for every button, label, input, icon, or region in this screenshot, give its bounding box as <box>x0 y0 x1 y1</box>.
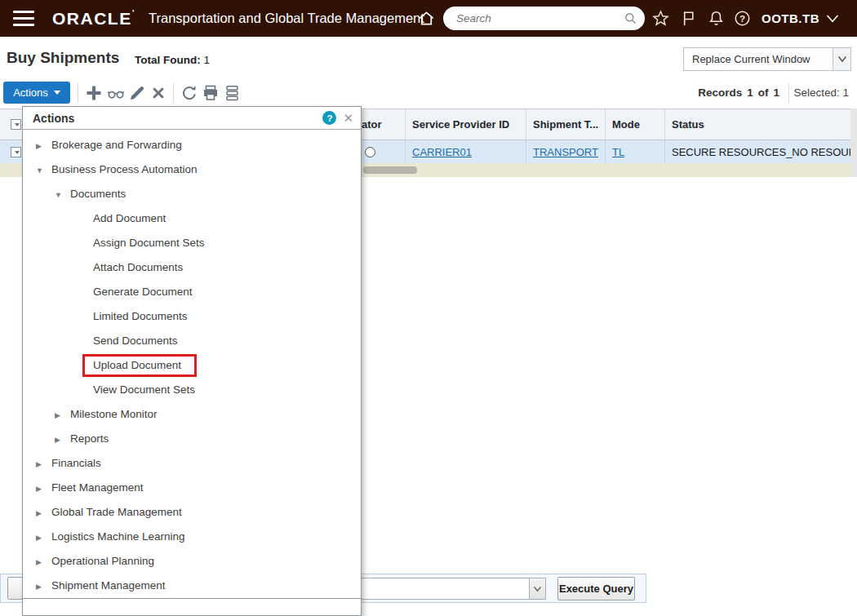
service-provider-link[interactable]: CARRIER01 <box>412 146 472 158</box>
row-select-cell <box>0 140 24 163</box>
total-found-label: Total Found: <box>135 54 201 66</box>
home-icon[interactable] <box>417 9 436 28</box>
menu-item-label: Documents <box>70 188 126 200</box>
row-checkbox[interactable] <box>11 147 21 157</box>
chevron-collapsed-icon[interactable]: ▶ <box>55 428 60 452</box>
window-mode-select[interactable]: Replace Current Window <box>683 47 851 71</box>
menu-item-generate-document[interactable]: Generate Document <box>23 280 361 304</box>
menu-icon[interactable] <box>13 11 34 26</box>
user-menu[interactable]: OOTB.TB <box>762 11 819 25</box>
records-total: 1 <box>773 86 779 99</box>
select-all-checkbox[interactable] <box>11 119 21 130</box>
chevron-collapsed-icon[interactable]: ▶ <box>36 550 42 574</box>
actions-panel-header: Actions ? ✕ <box>23 107 361 130</box>
select-all-column-header[interactable] <box>0 109 24 140</box>
total-found-value: 1 <box>204 54 211 66</box>
panel-close-icon[interactable]: ✕ <box>343 112 353 124</box>
chevron-collapsed-icon[interactable]: ▶ <box>36 476 42 501</box>
select-chevron-icon[interactable] <box>833 48 850 70</box>
view-glasses-icon[interactable] <box>106 83 126 103</box>
menu-item-documents[interactable]: ▼Documents <box>23 182 361 206</box>
row-service-provider-cell: CARRIER01 <box>406 140 526 163</box>
menu-item-reports[interactable]: ▶Reports <box>23 427 361 451</box>
panel-help-icon[interactable]: ? <box>322 111 336 125</box>
refresh-icon[interactable] <box>180 83 199 103</box>
caret-down-icon <box>54 91 60 95</box>
menu-item-add-document[interactable]: Add Document <box>23 206 361 231</box>
menu-item-label: Send Documents <box>93 335 178 347</box>
menu-item-upload-document[interactable]: Upload Document <box>23 353 361 378</box>
menu-item-label: Fleet Management <box>51 481 144 494</box>
menu-item-label: Logistics Machine Learning <box>51 530 185 543</box>
selected-value: 1 <box>842 86 849 99</box>
edit-pencil-icon[interactable] <box>127 83 147 103</box>
menu-item-milestone-monitor[interactable]: ▶Milestone Monitor <box>23 402 361 427</box>
column-header-status[interactable]: Status <box>665 109 850 140</box>
chevron-collapsed-icon[interactable]: ▶ <box>36 501 42 525</box>
favorites-star-icon[interactable] <box>651 9 670 28</box>
menu-item-label: Generate Document <box>93 286 193 298</box>
oracle-logo: ORACLE’ <box>52 9 135 29</box>
delete-x-icon[interactable] <box>149 83 168 103</box>
records-label: Records <box>698 86 742 99</box>
chevron-collapsed-icon[interactable]: ▶ <box>36 452 42 476</box>
vertical-scrollbar-track[interactable] <box>850 109 857 177</box>
chevron-collapsed-icon[interactable]: ▶ <box>55 403 60 428</box>
menu-item-business-process-automation[interactable]: ▼Business Process Automation <box>23 157 361 182</box>
actions-button[interactable]: Actions <box>3 82 70 104</box>
menu-item-global-trade-management[interactable]: ▶Global Trade Management <box>23 500 361 525</box>
toolbar-separator <box>173 83 174 103</box>
menu-item-brokerage-and-forwarding[interactable]: ▶Brokerage and Forwarding <box>23 133 361 157</box>
menu-item-send-documents[interactable]: Send Documents <box>23 329 361 353</box>
chevron-expanded-icon[interactable]: ▼ <box>36 158 43 183</box>
page-title: Buy Shipments <box>7 49 119 67</box>
print-icon[interactable] <box>201 83 220 103</box>
chevron-collapsed-icon[interactable]: ▶ <box>36 134 42 158</box>
chevron-expanded-icon[interactable]: ▼ <box>55 183 62 207</box>
menu-item-label: Add Document <box>93 212 166 224</box>
chevron-collapsed-icon[interactable]: ▶ <box>36 574 42 599</box>
chevron-collapsed-icon[interactable]: ▶ <box>36 525 42 550</box>
actions-menu-panel: Actions ? ✕ ▶Brokerage and Forwarding▼Bu… <box>22 106 362 616</box>
column-header-mode[interactable]: Mode <box>606 109 665 140</box>
menu-item-financials[interactable]: ▶Financials <box>23 451 361 476</box>
shipment-type-link[interactable]: TRANSPORT <box>533 146 598 158</box>
add-icon[interactable] <box>84 83 104 103</box>
menu-item-attach-documents[interactable]: Attach Documents <box>23 255 361 280</box>
global-search[interactable] <box>443 7 645 30</box>
menu-item-logistics-machine-learning[interactable]: ▶Logistics Machine Learning <box>23 525 361 549</box>
actions-button-label: Actions <box>13 86 48 99</box>
menu-item-label: Financials <box>51 457 101 469</box>
menu-item-label-highlighted: Upload Document <box>82 354 197 377</box>
menu-item-label: Assign Document Sets <box>93 237 205 249</box>
flag-icon[interactable] <box>679 9 698 28</box>
menu-item-shipment-management[interactable]: ▶Shipment Management <box>23 574 361 598</box>
help-circle-icon[interactable]: ? <box>733 9 752 28</box>
select-chevron-icon[interactable] <box>529 578 545 599</box>
menu-item-assign-document-sets[interactable]: Assign Document Sets <box>23 231 361 255</box>
execute-query-button[interactable]: Execute Query <box>557 577 635 600</box>
search-input[interactable] <box>456 12 623 24</box>
row-radio-button[interactable] <box>365 147 375 157</box>
horizontal-scrollbar-thumb[interactable] <box>363 166 417 174</box>
toolbar-separator <box>788 83 789 103</box>
menu-item-fleet-management[interactable]: ▶Fleet Management <box>23 476 361 500</box>
column-header-shipment-type[interactable]: Shipment T... <box>526 109 606 140</box>
column-header-service-provider-id[interactable]: Service Provider ID <box>406 109 526 140</box>
menu-item-label: Business Process Automation <box>51 163 198 175</box>
menu-item-label: Global Trade Management <box>51 506 182 518</box>
mode-link[interactable]: TL <box>612 146 624 158</box>
menu-item-label: View Document Sets <box>93 383 195 396</box>
panel-divider <box>23 598 361 599</box>
app-title: Transportation and Global Trade Manageme… <box>149 11 424 26</box>
rows-list-icon[interactable] <box>222 83 242 103</box>
user-chevron-down-icon[interactable] <box>824 12 841 25</box>
total-found: Total Found: 1 <box>135 54 210 66</box>
notifications-bell-icon[interactable] <box>707 9 726 28</box>
menu-item-limited-documents[interactable]: Limited Documents <box>23 304 361 329</box>
menu-item-label: Shipment Management <box>51 579 166 592</box>
search-icon[interactable] <box>623 11 638 26</box>
page-header: Buy Shipments Total Found: 1 Replace Cur… <box>0 37 857 78</box>
menu-item-operational-planning[interactable]: ▶Operational Planning <box>23 549 361 574</box>
menu-item-view-document-sets[interactable]: View Document Sets <box>23 378 361 402</box>
